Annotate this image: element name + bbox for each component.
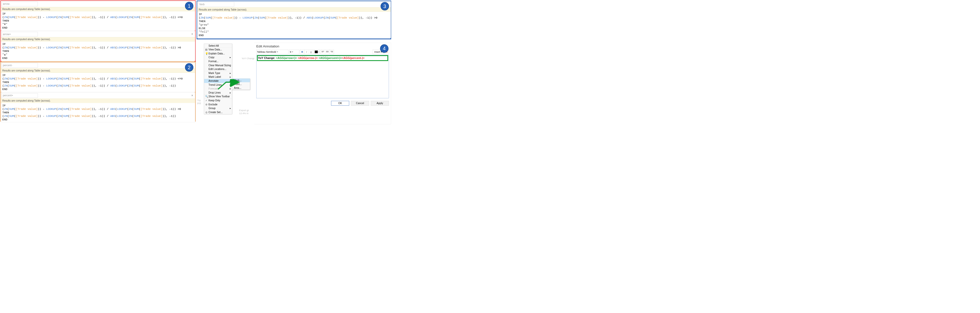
menu-trendlines[interactable]: Trend Lines▸ bbox=[204, 83, 232, 87]
chevron-right-icon: ▸ bbox=[230, 72, 231, 75]
menu-forecast: Forecast▸ bbox=[204, 87, 232, 91]
menu-annotate[interactable]: Annotate▸ Mark... Point... Area... bbox=[204, 79, 232, 83]
code-arrow-minus[interactable]: IF (ZN(SUM([Trade value])) - LOOKUP(ZN(S… bbox=[1, 11, 195, 30]
apply-button[interactable]: Apply bbox=[371, 101, 389, 106]
menu-mark-label[interactable]: Mark Label▸ bbox=[204, 75, 232, 79]
panel-title: Edit Annotation bbox=[254, 43, 391, 50]
font-select[interactable]: Tableau Semibold▾ bbox=[256, 50, 288, 54]
align-center-button[interactable] bbox=[325, 50, 329, 54]
context-menu[interactable]: Select All ▤View Data... 💡Explain Data..… bbox=[204, 44, 232, 114]
menu-clear-sizing[interactable]: Clear Manual Sizing bbox=[204, 63, 232, 67]
align-left-button[interactable] bbox=[321, 50, 325, 54]
compute-msg: Results are computed along Table (across… bbox=[1, 68, 195, 73]
code-percent-minus[interactable]: IF (ZN(SUM([Trade value])) - LOOKUP(ZN(S… bbox=[1, 73, 195, 92]
calcname-arrow-plus[interactable] bbox=[2, 32, 38, 37]
bg-export: Export gr bbox=[239, 109, 249, 111]
bulb-icon: 💡 bbox=[205, 52, 208, 55]
menu-drop-lines[interactable]: Drop Lines▸ bbox=[204, 91, 232, 95]
chevron-right-icon: ▸ bbox=[230, 79, 231, 83]
chevron-down-icon: ▾ bbox=[318, 51, 319, 53]
menu-show-toolbar[interactable]: 🔍Show View Toolbar bbox=[204, 95, 232, 99]
align-center-icon bbox=[326, 51, 329, 53]
chevron-down-icon: ▾ bbox=[277, 51, 278, 53]
italic-button[interactable]: I bbox=[304, 50, 309, 54]
chevron-right-icon: ▸ bbox=[230, 75, 231, 78]
submenu-point[interactable]: Point... bbox=[232, 82, 250, 86]
calcname-verb[interactable] bbox=[198, 2, 234, 6]
annotation-toolbar: Tableau Semibold▾ 9▾ B I U ▾ bbox=[254, 50, 391, 55]
annotation-textarea[interactable]: YoY Change: <AGG(arrow+)> <AGG(arrow-)> … bbox=[256, 55, 389, 99]
annotation-text: YoY Change: <AGG(arrow+)> <AGG(arrow-)> … bbox=[258, 56, 387, 60]
align-left-icon bbox=[321, 51, 324, 53]
calcname-arrow-minus[interactable] bbox=[2, 2, 38, 6]
compute-msg: Results are computed along Table (across… bbox=[197, 8, 391, 12]
calcname-percent-plus[interactable] bbox=[2, 93, 38, 98]
menu-format[interactable]: Format... bbox=[204, 59, 232, 64]
bg-yoy: YoY Change: bbox=[242, 57, 256, 60]
menu-create-set[interactable]: ◎Create Set... bbox=[204, 110, 232, 114]
code-arrow-plus[interactable]: IF (ZN(SUM([Trade value])) - LOOKUP(ZN(S… bbox=[1, 41, 195, 61]
compute-msg: Results are computed along Table (across… bbox=[1, 37, 195, 41]
ok-button[interactable]: OK bbox=[331, 101, 349, 106]
formula-percent-plus: × Results are computed along Table (acro… bbox=[1, 92, 195, 122]
chevron-down-icon: ▾ bbox=[292, 51, 293, 53]
bold-button[interactable]: B bbox=[300, 50, 304, 54]
close-icon[interactable]: × bbox=[191, 33, 193, 36]
menu-exclude[interactable]: ⊘Exclude bbox=[204, 102, 232, 106]
underline-button[interactable]: U bbox=[309, 50, 313, 54]
fontsize-select[interactable]: 9▾ bbox=[289, 50, 299, 54]
grid-icon: ▤ bbox=[205, 48, 208, 51]
align-right-icon bbox=[330, 51, 333, 53]
menu-edit-locations[interactable]: Edit Locations... bbox=[204, 67, 232, 71]
color-swatch-icon bbox=[315, 51, 318, 53]
submenu-area[interactable]: Area... bbox=[232, 86, 250, 90]
menu-select-all[interactable]: Select All bbox=[204, 44, 232, 48]
formula-arrow-minus: Results are computed along Table (across… bbox=[1, 1, 195, 30]
compute-msg: Results are computed along Table (across… bbox=[1, 7, 195, 11]
compute-msg: Results are computed along Table (across… bbox=[1, 99, 195, 103]
check-icon: ✓ bbox=[205, 99, 208, 102]
chevron-right-icon: ▸ bbox=[230, 83, 231, 86]
menu-keep-only[interactable]: ✓Keep Only bbox=[204, 99, 232, 103]
chevron-right-icon: ▸ bbox=[230, 87, 231, 90]
badge-2: 2 bbox=[185, 63, 194, 72]
exclude-icon: ⊘ bbox=[205, 103, 208, 106]
chevron-right-icon: ▸ bbox=[230, 91, 231, 94]
bg-pct: 12.4% in bbox=[239, 112, 248, 114]
bg-2020: 202 bbox=[197, 102, 201, 105]
bg-lby: l by bbox=[197, 99, 201, 102]
formula-percent-minus: Results are computed along Table (across… bbox=[1, 62, 195, 92]
chevron-right-icon: ▸ bbox=[230, 56, 231, 59]
menu-mark-type[interactable]: Mark Type▸ bbox=[204, 71, 232, 75]
align-right-button[interactable] bbox=[329, 50, 334, 54]
submenu-mark[interactable]: Mark... bbox=[232, 78, 250, 82]
color-picker[interactable]: ▾ bbox=[314, 50, 320, 54]
edit-annotation-panel: Edit Annotation 4 Tableau Semibold▾ 9▾ B… bbox=[254, 43, 391, 124]
badge-3: 3 bbox=[381, 2, 389, 11]
set-icon: ◎ bbox=[205, 111, 208, 114]
code-percent-plus[interactable]: IF (ZN(SUM([Trade value])) - LOOKUP(ZN(S… bbox=[1, 103, 195, 122]
chevron-right-icon: ▸ bbox=[230, 107, 231, 110]
code-verb[interactable]: IF (ZN(SUM([Trade value])) - LOOKUP(ZN(S… bbox=[197, 12, 391, 38]
menu-explain-data[interactable]: 💡Explain Data... bbox=[204, 52, 232, 56]
badge-1: 1 bbox=[185, 2, 194, 10]
calcname-percent-minus[interactable] bbox=[2, 63, 38, 68]
formula-arrow-plus: × Results are computed along Table (acro… bbox=[1, 31, 195, 61]
menu-group[interactable]: Group▸ bbox=[204, 106, 232, 110]
menu-view-data[interactable]: ▤View Data... bbox=[204, 48, 232, 52]
menu-copy[interactable]: Copy▸ bbox=[204, 56, 232, 59]
formula-verb: Results are computed along Table (across… bbox=[197, 1, 391, 38]
badge-4: 4 bbox=[380, 44, 389, 53]
cancel-button[interactable]: Cancel bbox=[351, 101, 369, 106]
submenu-annotate[interactable]: Mark... Point... Area... bbox=[232, 78, 250, 90]
magnify-icon: 🔍 bbox=[205, 95, 208, 98]
close-icon[interactable]: × bbox=[191, 94, 193, 97]
